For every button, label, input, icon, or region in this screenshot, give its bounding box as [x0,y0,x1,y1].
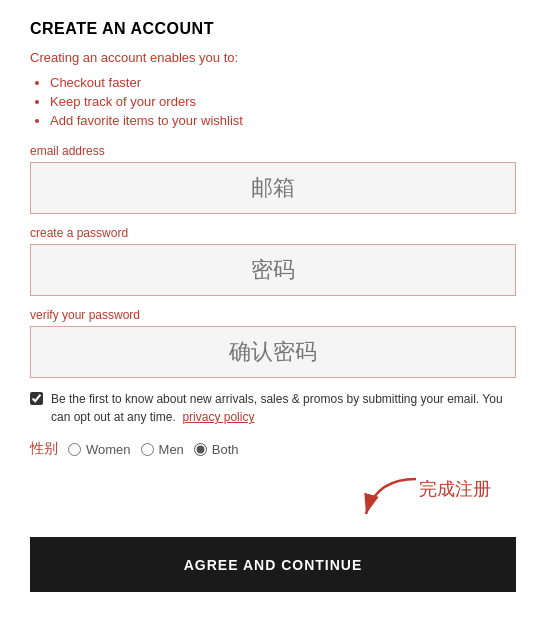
submit-button[interactable]: AGREE AND CONTINUE [30,537,516,592]
gender-radio-women[interactable] [68,443,81,456]
email-label: email address [30,144,516,158]
email-field-wrapper: email address [30,144,516,214]
verify-label: verify your password [30,308,516,322]
gender-men-label: Men [159,442,184,457]
email-input[interactable] [30,162,516,214]
privacy-policy-link[interactable]: privacy policy [182,410,254,424]
benefit-item-2: Keep track of your orders [50,94,516,109]
password-input[interactable] [30,244,516,296]
page-container: CREATE AN ACCOUNT Creating an account en… [0,0,546,635]
gender-label: 性别 [30,440,58,458]
password-label: create a password [30,226,516,240]
gender-radio-men[interactable] [141,443,154,456]
arrow-icon [356,474,426,524]
benefits-list: Checkout faster Keep track of your order… [30,75,516,128]
benefit-item-1: Checkout faster [50,75,516,90]
gender-radio-both[interactable] [194,443,207,456]
page-title: CREATE AN ACCOUNT [30,20,516,38]
complete-annotation: 完成注册 [419,477,491,501]
newsletter-text: Be the first to know about new arrivals,… [51,390,516,426]
gender-option-women[interactable]: Women [68,442,131,457]
password-field-wrapper: create a password [30,226,516,296]
gender-option-men[interactable]: Men [141,442,184,457]
annotation-area: 完成注册 [30,472,516,532]
gender-both-label: Both [212,442,239,457]
gender-row: 性别 Women Men Both [30,440,516,458]
newsletter-row: Be the first to know about new arrivals,… [30,390,516,426]
verify-field-wrapper: verify your password [30,308,516,378]
benefit-item-3: Add favorite items to your wishlist [50,113,516,128]
subtitle: Creating an account enables you to: [30,50,516,65]
verify-password-input[interactable] [30,326,516,378]
newsletter-checkbox[interactable] [30,392,43,405]
gender-option-both[interactable]: Both [194,442,239,457]
gender-women-label: Women [86,442,131,457]
